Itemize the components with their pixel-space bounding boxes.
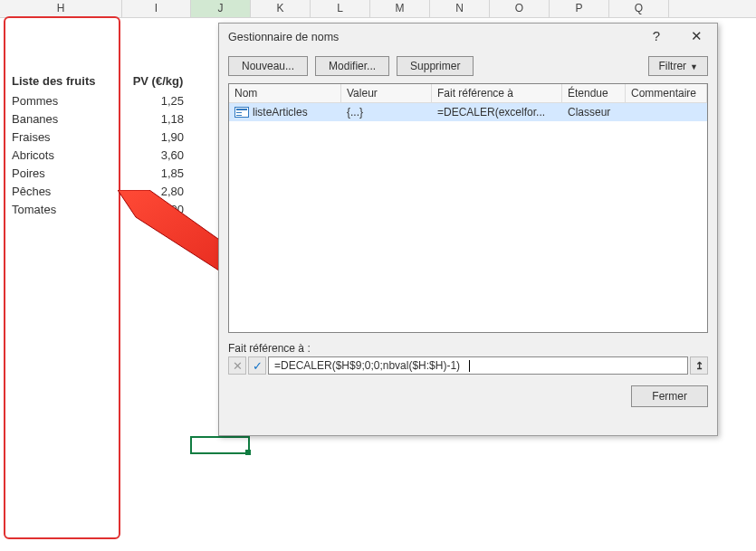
names-list-header: Nom Valeur Fait référence à Étendue Comm…	[229, 84, 707, 103]
fruit-name: Pêches	[12, 185, 129, 198]
edit-button[interactable]: Modifier...	[315, 56, 389, 76]
fruit-table: Liste des fruits PV (€/kg) Pommes1,25Ban…	[12, 74, 206, 221]
col-header-value[interactable]: Valeur	[341, 84, 432, 102]
col-header-q[interactable]: Q	[609, 0, 669, 17]
help-button[interactable]: ?	[643, 29, 670, 45]
refersto-row: ✕ ✓ =DECALER($H$9;0;0;nbval($H:$H)-1) ↥	[219, 355, 717, 375]
col-header-refersto[interactable]: Fait référence à	[432, 84, 562, 102]
chevron-down-icon: ▼	[690, 62, 698, 71]
dialog-title: Gestionnaire de noms	[228, 31, 339, 43]
col-header-o[interactable]: O	[490, 0, 550, 17]
fruit-row: Pêches2,80	[12, 185, 206, 203]
column-headers: HIJKLMNOPQ	[0, 0, 756, 18]
named-range-icon	[234, 107, 249, 118]
refersto-value: =DECALER($H$9;0;0;nbval($H:$H)-1)	[274, 359, 460, 372]
apply-ref-button[interactable]: ✓	[248, 356, 266, 375]
text-caret	[469, 360, 470, 372]
value-cell: {...}	[341, 103, 432, 121]
fruit-row: Abricots3,60	[12, 148, 206, 166]
new-button[interactable]: Nouveau...	[228, 56, 308, 76]
col-header-scope[interactable]: Étendue	[562, 84, 626, 102]
fruit-row: Fraises1,90	[12, 130, 206, 148]
fruit-price: 2,80	[129, 185, 184, 198]
name-cell: listeArticles	[229, 103, 341, 121]
fruit-row: Tomates3,00	[12, 203, 206, 221]
col-header-i[interactable]: I	[122, 0, 191, 17]
fruit-row: Pommes1,25	[12, 94, 206, 112]
filter-button[interactable]: Filtrer▼	[648, 56, 708, 76]
fruit-price: 1,85	[129, 166, 184, 180]
col-header-l[interactable]: L	[311, 0, 370, 17]
active-cell[interactable]	[190, 436, 250, 454]
refersto-input[interactable]: =DECALER($H$9;0;0;nbval($H:$H)-1)	[268, 356, 688, 375]
collapse-icon[interactable]: ↥	[690, 356, 708, 375]
fruit-name: Abricots	[12, 148, 129, 162]
cancel-ref-button[interactable]: ✕	[228, 356, 246, 375]
fruit-price: 1,18	[129, 112, 184, 126]
fruit-name: Pommes	[12, 94, 129, 108]
col-header-name[interactable]: Nom	[229, 84, 341, 102]
dialog-toolbar: Nouveau... Modifier... Supprimer Filtrer…	[219, 51, 717, 81]
col-header-m[interactable]: M	[370, 0, 430, 17]
names-list[interactable]: Nom Valeur Fait référence à Étendue Comm…	[228, 83, 708, 333]
fruit-header-name: Liste des fruits	[12, 74, 129, 88]
fruit-price: 1,25	[129, 94, 184, 108]
col-header-p[interactable]: P	[550, 0, 609, 17]
scope-cell: Classeur	[562, 103, 626, 121]
fruit-row: Bananes1,18	[12, 112, 206, 130]
name-manager-dialog: Gestionnaire de noms ? ✕ Nouveau... Modi…	[218, 23, 718, 436]
comment-cell	[626, 103, 707, 121]
fruit-header-price: PV (€/kg)	[133, 74, 206, 88]
fruit-name: Tomates	[12, 203, 129, 216]
col-header-j[interactable]: J	[191, 0, 251, 17]
col-header-n[interactable]: N	[430, 0, 490, 17]
name-row[interactable]: listeArticles{...}=DECALER(excelfor...Cl…	[229, 103, 707, 121]
delete-button[interactable]: Supprimer	[397, 56, 474, 76]
close-dialog-button[interactable]: Fermer	[631, 385, 708, 407]
close-button[interactable]: ✕	[683, 29, 710, 45]
col-header-k[interactable]: K	[251, 0, 311, 17]
dialog-titlebar: Gestionnaire de noms ? ✕	[219, 24, 717, 51]
fruit-name: Fraises	[12, 130, 129, 144]
refersto-label: Fait référence à :	[219, 342, 717, 355]
col-header-comment[interactable]: Commentaire	[626, 84, 707, 102]
col-header-h[interactable]: H	[0, 0, 122, 17]
fruit-price: 3,00	[129, 203, 184, 216]
fruit-name: Poires	[12, 166, 129, 180]
fruit-price: 3,60	[129, 148, 184, 162]
fruit-price: 1,90	[129, 130, 184, 144]
fruit-row: Poires1,85	[12, 166, 206, 185]
refersto-cell: =DECALER(excelfor...	[432, 103, 562, 121]
fruit-name: Bananes	[12, 112, 129, 126]
